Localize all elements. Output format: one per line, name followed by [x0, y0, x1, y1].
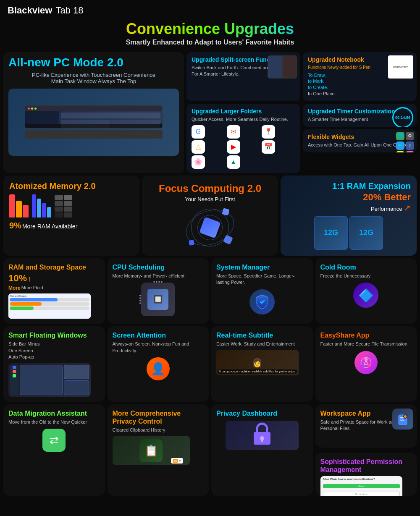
- section-bottom: Data Migration Assistant Move from the O…: [0, 404, 420, 499]
- right-col: Workspace App Safe and Private Space for…: [315, 404, 417, 496]
- privacy-control-icon: 📋: [139, 439, 163, 462]
- hero-subtitle: Smartly Enhanced to Adapt to Users' Favo…: [0, 39, 420, 46]
- youtube-icon: ▶: [227, 140, 240, 154]
- folders-title: Upgraded Larger Folders: [192, 108, 295, 115]
- split-screen-card: Upgraded Split-screen Function Switch Ba…: [186, 52, 300, 101]
- folder-icons: G ✉ 📍 △ ▶ 📅 🌸 ▲: [192, 125, 295, 169]
- ram-stat: 20% Better: [286, 192, 411, 203]
- deny-button[interactable]: Don't allow: [323, 492, 400, 496]
- cpu-pins-top: [154, 281, 163, 283]
- sys-desc: More Space. Speedier Game. Longer-lastin…: [216, 273, 308, 286]
- svg-line-6: [366, 361, 368, 364]
- cpu-title: CPU Scheduling: [113, 263, 204, 271]
- permission-thumb: Allow Photo App to send you notification…: [320, 476, 403, 496]
- wi-snap: 👻: [396, 151, 404, 152]
- cpu-visual: 🔲: [141, 283, 175, 316]
- widget-icons: 🌐 ⚙ 🐦 f 👻 📸 V 🕊: [396, 132, 414, 152]
- ram-title: 1:1 RAM Expansion: [286, 181, 411, 191]
- header: Blackview Tab 18: [0, 0, 420, 18]
- storage-screen: RAM and Storage: [8, 293, 91, 319]
- section-system: RAM and Storage Space 10% ↑ More More Fl…: [0, 258, 420, 327]
- ram-expansion-card: 1:1 RAM Expansion 20% Better Performance…: [281, 175, 417, 256]
- notebook-thumb: handwritten: [388, 55, 413, 79]
- smart-floating-card: Smart Floating Windows Side Bar Minus On…: [3, 326, 105, 401]
- meet-icon: ▲: [227, 155, 240, 169]
- mini-cube-2: [189, 240, 194, 246]
- privacy-control-thumb: 📋 ok ✏: [113, 436, 190, 465]
- svg-rect-13: [400, 419, 404, 419]
- atomized-memory-title: Atomized Memory 2.0: [9, 181, 134, 191]
- calendar-icon: 📅: [262, 140, 275, 154]
- privacy-dash-thumb: [226, 421, 299, 450]
- float-win-main: [20, 365, 63, 395]
- ram-chip-2: 12G: [349, 216, 383, 250]
- wi-twitter: 🐦: [396, 141, 404, 150]
- system-manager-card: System Manager More Space. Speedier Game…: [211, 258, 313, 324]
- ram-storage-card: RAM and Storage Space 10% ↑ More More Fl…: [3, 258, 105, 324]
- cold-room-icon: 🔷: [353, 283, 378, 308]
- migration-desc: Move from the Old to the New Quicker: [8, 419, 100, 425]
- keyboard-mockup: [25, 130, 163, 139]
- wi-settings: ⚙: [406, 132, 414, 140]
- privacy-dashboard-card: Privacy Dashboard: [211, 404, 313, 496]
- notebook-card: Upgraded Notebook Functions Newly-added …: [303, 52, 417, 101]
- permission-title: Sophisticated Permission Management: [320, 458, 412, 474]
- memory-bars: [9, 194, 134, 217]
- timer-thumb: 00:14:56: [392, 107, 413, 127]
- ram-storage-title: RAM and Storage Space: [8, 263, 100, 271]
- easyshare-card: EasyShare App Faster and More Secure Fil…: [315, 326, 417, 401]
- workspace-thumb: [392, 409, 413, 430]
- screen-attention-card: Screen Attention Always-on Screen. Non-s…: [108, 326, 209, 401]
- ram-chip-1: 12G: [314, 216, 348, 250]
- section-features2: Smart Floating Windows Side Bar Minus On…: [0, 326, 420, 404]
- attention-desc: Always-on Screen. Non-stop Fun and Produ…: [113, 341, 204, 354]
- widgets-card: Flexible Widgets Access with One Tap. Ga…: [303, 129, 417, 152]
- easyshare-title: EasyShare App: [320, 331, 412, 339]
- lock-icon: [249, 419, 275, 451]
- migration-title: Data Migration Assistant: [8, 409, 100, 417]
- pc-mode-title: All-new PC Mode 2.0: [8, 56, 179, 69]
- section-memory: Atomized Memory 2.0: [0, 175, 420, 258]
- privacy-control-badge: ok ✏: [171, 458, 183, 464]
- floating-screen: [8, 363, 91, 397]
- subtitle-title: Real-time Subtitle: [216, 331, 308, 339]
- ram-storage-stat: 10%: [8, 273, 27, 284]
- timer-card: Upgraded Timer Customization A Smarter T…: [303, 104, 417, 127]
- subtitle-text-bar: It can produce machine-readable subtitle…: [218, 369, 297, 374]
- data-migration-card: Data Migration Assistant Move from the O…: [3, 404, 105, 496]
- top-features-row: Upgraded Split-screen Function Switch Ba…: [186, 52, 417, 101]
- cpu-scheduling-card: CPU Scheduling More Memory- and Power- e…: [108, 258, 209, 324]
- photos-icon: 🌸: [192, 155, 205, 169]
- privacy-control-desc: Cleared Clipboard History: [113, 427, 204, 433]
- bottom-features-row: Upgraded Larger Folders Quicker Access. …: [186, 104, 417, 173]
- focus-visual: [185, 207, 235, 249]
- privacy-control-card: More Comprehensive Privacy Control Clear…: [108, 404, 209, 496]
- privacy-control-title: More Comprehensive Privacy Control: [113, 409, 204, 425]
- svg-point-3: [361, 364, 365, 367]
- memory-stat: 9%: [9, 221, 21, 230]
- privacy-dashboard-title: Privacy Dashboard: [216, 409, 308, 417]
- memory-stat-suffix: More RAM Available↑: [22, 223, 79, 230]
- right-features: Upgraded Split-screen Function Switch Ba…: [186, 52, 417, 173]
- attention-icon: 👤: [147, 357, 170, 380]
- focus-subtitle: Your Needs Put First: [185, 196, 235, 202]
- attention-title: Screen Attention: [113, 331, 204, 339]
- focus-computing-card: Focus Computing 2.0 Your Needs Put First: [142, 175, 278, 256]
- wi-insta: 📸: [406, 151, 414, 152]
- floating-desc: Side Bar Minus One Screen Auto Pop-up: [8, 341, 100, 360]
- svg-point-2: [364, 358, 368, 361]
- sys-title: System Manager: [216, 263, 308, 271]
- atomized-memory-card: Atomized Memory 2.0: [3, 175, 139, 256]
- wi-chrome: 🌐: [396, 132, 404, 140]
- svg-point-16: [404, 415, 407, 418]
- allow-button[interactable]: Allow: [323, 484, 400, 488]
- section-pcmode: All-new PC Mode 2.0 PC-like Experience w…: [0, 50, 420, 175]
- svg-rect-14: [400, 420, 404, 421]
- model-name: Tab 18: [55, 5, 83, 16]
- drive-icon: △: [192, 140, 205, 154]
- cpu-inner: 🔲: [147, 289, 168, 310]
- pc-mode-card: All-new PC Mode 2.0 PC-like Experience w…: [3, 52, 184, 173]
- focus-title: Focus Computing 2.0: [159, 183, 261, 194]
- easyshare-desc: Faster and More Secure File Transmission: [320, 341, 412, 347]
- split-screen-thumb: [268, 55, 297, 79]
